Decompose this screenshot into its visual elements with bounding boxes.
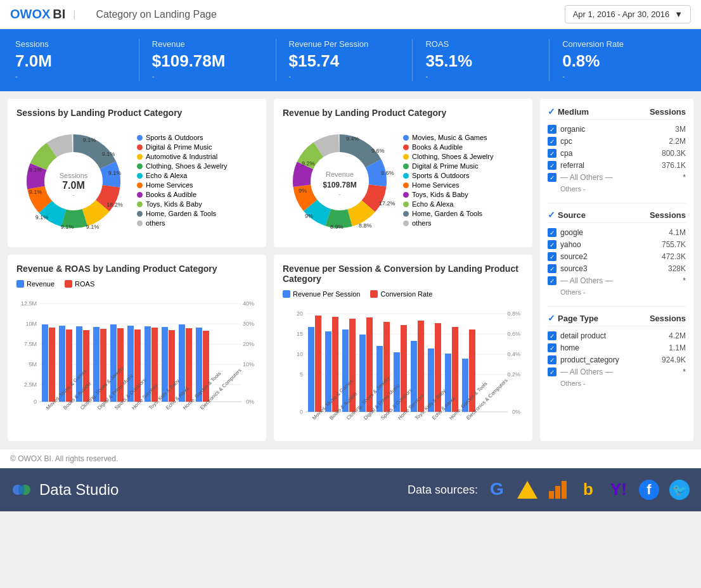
medium-others-checkbox[interactable]	[548, 173, 556, 182]
revenue-roas-legend: Revenue ROAS	[16, 280, 257, 288]
rps-legend: Revenue Per Session Conversion Rate	[283, 290, 524, 298]
sidebar-row: organic 3M	[548, 125, 686, 134]
organic-checkbox[interactable]	[548, 125, 556, 134]
twitter-icon: 🐦	[668, 478, 691, 501]
page-type-others-summary: Others -	[548, 380, 686, 387]
svg-text:9%: 9%	[299, 188, 307, 194]
home-value: 1.1M	[669, 343, 686, 352]
copyright-text: © OWOX BI. All rights reserved.	[10, 454, 118, 463]
source-others-value: *	[683, 276, 686, 285]
cpc-checkbox[interactable]	[548, 137, 556, 146]
svg-text:9.1%: 9.1%	[61, 224, 74, 230]
yahoo-checkbox[interactable]	[548, 240, 556, 249]
svg-text:7.5M: 7.5M	[24, 341, 37, 347]
svg-text:20%: 20%	[243, 341, 254, 347]
detail-product-checkbox[interactable]	[548, 331, 556, 340]
svg-text:🐦: 🐦	[672, 483, 687, 497]
revenue-roas-card: Revenue & ROAS by Landing Product Catego…	[8, 255, 266, 441]
cpa-checkbox[interactable]	[548, 149, 556, 158]
kpi-sessions: Sessions 7.0M -	[15, 39, 139, 81]
svg-text:9.1%: 9.1%	[86, 224, 100, 230]
sidebar-row: source3 328K	[548, 264, 686, 273]
kpi-revenue: Revenue $109.78M -	[139, 39, 276, 81]
sidebar-row: home 1.1M	[548, 343, 686, 352]
date-range-picker[interactable]: Apr 1, 2016 - Apr 30, 2016 ▼	[565, 5, 691, 23]
svg-text:12.5M: 12.5M	[21, 300, 37, 307]
product-category-checkbox[interactable]	[548, 355, 556, 364]
svg-text:0.4%: 0.4%	[507, 351, 520, 357]
datastudio-label: Data Studio	[39, 481, 119, 499]
svg-text:9.6%: 9.6%	[371, 148, 385, 154]
revenue-legend: Movies, Music & Games Books & Audible Cl…	[403, 134, 493, 229]
svg-text:0.2%: 0.2%	[507, 371, 520, 378]
page-type-others-checkbox[interactable]	[548, 368, 556, 376]
source3-value: 328K	[668, 264, 686, 273]
home-label: home	[560, 343, 665, 352]
page-type-title: Page Type	[558, 314, 598, 323]
rps-conversion-card: Revenue per Session & Conversion by Land…	[274, 255, 532, 441]
kpi-revenue-value: $109.78M	[152, 51, 263, 71]
svg-text:Sessions: Sessions	[60, 172, 88, 179]
dropdown-icon: ▼	[674, 10, 683, 19]
svg-text:2.5M: 2.5M	[24, 381, 37, 388]
svg-text:9.4%: 9.4%	[346, 136, 359, 142]
section-divider	[548, 306, 686, 307]
datastudio-brand: Data Studio	[10, 478, 119, 501]
sidebar-row: yahoo 755.7K	[548, 240, 686, 249]
source3-checkbox[interactable]	[548, 264, 556, 273]
medium-section: ✓ Medium Sessions organic 3M cpc 2.2M cp…	[548, 106, 686, 193]
svg-text:10%: 10%	[243, 361, 254, 368]
revenue-donut-card: Revenue by Landing Product Category Reve…	[274, 99, 532, 247]
svg-text:5M: 5M	[29, 361, 37, 368]
svg-text:$109.78M: $109.78M	[323, 181, 356, 189]
logo-owox-text: OWOX	[10, 7, 50, 22]
revenue-roas-chart: 12.5M 10M 7.5M 5M 2.5M 0 40% 30% 20% 10%…	[16, 293, 257, 419]
svg-text:f: f	[646, 482, 652, 497]
svg-text:15: 15	[297, 331, 303, 337]
google-checkbox[interactable]	[548, 228, 556, 237]
organic-label: organic	[560, 125, 671, 134]
svg-text:-: -	[338, 191, 340, 198]
kpi-roas-change: -	[425, 72, 536, 81]
kpi-rps-change: -	[289, 72, 400, 81]
source-others-checkbox[interactable]	[548, 276, 556, 285]
source2-checkbox[interactable]	[548, 252, 556, 261]
svg-rect-144	[562, 481, 567, 499]
bing-icon: b	[577, 478, 600, 501]
sidebar-row: — All Others — *	[548, 368, 686, 376]
referral-checkbox[interactable]	[548, 161, 556, 170]
source-others-label: — All Others —	[560, 276, 679, 285]
sidebar-row: google 4.1M	[548, 228, 686, 237]
kpi-sessions-label: Sessions	[15, 39, 126, 49]
home-checkbox[interactable]	[548, 343, 556, 352]
svg-text:0%: 0%	[512, 409, 520, 415]
page-type-header: ✓ Page Type Sessions	[548, 313, 686, 326]
svg-text:0: 0	[34, 399, 37, 405]
svg-text:G: G	[490, 479, 504, 499]
revenue-donut-container: Revenue $109.78M - 9.6% 9.6% 9.4% 9.2% 9…	[283, 124, 524, 238]
sessions-donut-title: Sessions by Landing Product Category	[16, 108, 257, 118]
revenue-roas-title: Revenue & ROAS by Landing Product Catego…	[16, 264, 257, 274]
svg-point-139	[18, 485, 25, 495]
svg-text:10M: 10M	[25, 321, 37, 327]
sessions-donut-card: Sessions by Landing Product Category	[8, 99, 266, 247]
sessions-donut-container: Sessions 7.0M - 9.1% 9.1% 9.1% 9.1% 9.1%…	[16, 124, 257, 238]
logo: OWOX BI	[10, 7, 65, 22]
svg-text:9.2%: 9.2%	[302, 160, 315, 167]
google-label: google	[560, 228, 665, 237]
svg-rect-62	[42, 324, 48, 402]
cpc-value: 2.2M	[669, 137, 686, 146]
svg-text:0%: 0%	[246, 399, 254, 405]
datastudio-icon	[10, 478, 33, 501]
kpi-revenue-label: Revenue	[152, 39, 263, 49]
rps-conversion-title: Revenue per Session & Conversion by Land…	[283, 264, 524, 284]
svg-text:9.1%: 9.1%	[35, 214, 49, 220]
sessions-donut-chart: Sessions 7.0M - 9.1% 9.1% 9.1% 9.1% 9.1%…	[16, 124, 131, 238]
kpi-roas-value: 35.1%	[425, 51, 536, 71]
svg-rect-143	[555, 486, 560, 499]
kpi-rps-label: Revenue Per Session	[289, 39, 400, 49]
medium-others-label: — All Others —	[560, 173, 679, 182]
svg-text:5: 5	[300, 371, 303, 378]
source-header: ✓ Source Sessions	[548, 210, 686, 223]
header: OWOX BI | Category on Landing Page Apr 1…	[0, 0, 701, 29]
